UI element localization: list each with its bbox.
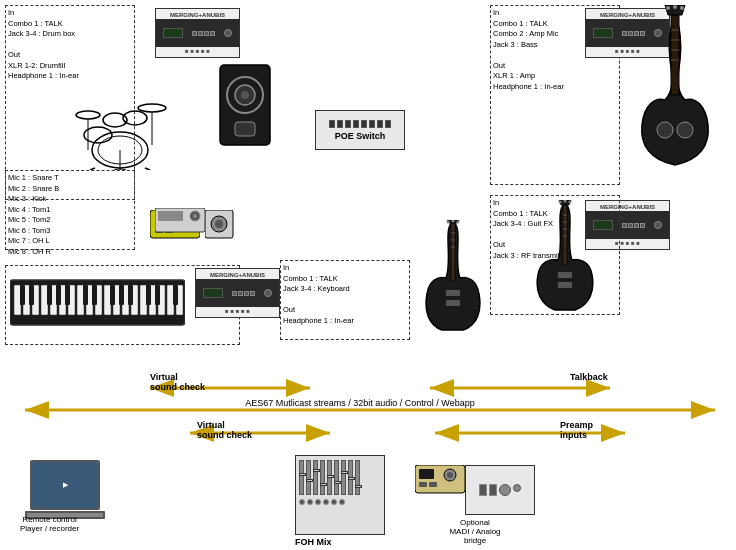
poe-port xyxy=(329,120,335,128)
anubis-btn xyxy=(622,223,627,228)
svg-rect-71 xyxy=(451,223,455,281)
anubis-btn xyxy=(192,31,197,36)
svg-point-72 xyxy=(447,221,450,224)
anubis-buttons-3 xyxy=(232,291,255,296)
anubis-knob-3 xyxy=(264,289,272,297)
svg-rect-28 xyxy=(563,205,567,265)
anubis-label-1: MERGING+ANUBIS xyxy=(169,11,226,19)
svg-rect-66 xyxy=(119,285,124,305)
anubis-indicator-1: ■ ■ ■ ■ ■ xyxy=(184,47,211,55)
svg-rect-63 xyxy=(83,285,88,305)
svg-rect-62 xyxy=(65,285,70,305)
aes67-label: AES67 Mutlicast streams / 32bit audio / … xyxy=(170,398,550,408)
foh-knob xyxy=(323,499,329,505)
anubis-btn xyxy=(634,223,639,228)
foh-knob xyxy=(339,499,345,505)
anubis-btn xyxy=(238,291,243,296)
svg-rect-78 xyxy=(446,290,460,296)
laptop-screen: ▶ xyxy=(30,460,100,510)
preamp-arrow-svg xyxy=(430,418,630,453)
poe-port xyxy=(361,120,367,128)
small-stage-box-svg xyxy=(155,208,205,233)
foh-fader-1 xyxy=(299,460,304,495)
svg-rect-69 xyxy=(155,285,160,305)
foh-fader-4 xyxy=(320,460,325,495)
poe-switch: POE Switch xyxy=(315,110,405,150)
svg-rect-109 xyxy=(429,482,437,487)
svg-rect-49 xyxy=(104,285,111,315)
laptop-device: ▶ xyxy=(30,460,105,519)
svg-point-88 xyxy=(215,220,223,228)
svg-rect-67 xyxy=(128,285,133,305)
svg-rect-42 xyxy=(41,285,48,315)
svg-rect-37 xyxy=(558,282,572,288)
diagram-container: MERGING+ANUBIS ■ ■ ■ ■ ■ InCombo 1 : TAL… xyxy=(0,0,736,550)
svg-rect-111 xyxy=(158,211,183,221)
anubis-btn xyxy=(628,223,633,228)
anubis-device-1: MERGING+ANUBIS ■ ■ ■ ■ ■ xyxy=(155,8,240,58)
preamp-inputs-label: Preampinputs xyxy=(560,420,593,440)
anubis-device-3: MERGING+ANUBIS ■ ■ ■ ■ ■ xyxy=(195,268,280,318)
foh-fader-9 xyxy=(355,460,360,495)
foh-label: FOH Mix xyxy=(295,537,332,547)
svg-point-3 xyxy=(76,111,100,119)
drum-info-text: InCombo 1 : TALKJack 3-4 : Drum boxOutXL… xyxy=(8,8,79,80)
foh-knob xyxy=(299,499,305,505)
talkback-label: Talkback xyxy=(570,372,608,382)
anubis-indicator-3: ■ ■ ■ ■ ■ xyxy=(224,307,251,315)
keyboard-info-box: InCombo 1 : TALKJack 3-4 : KeyboardOutHe… xyxy=(283,263,354,326)
svg-point-16 xyxy=(241,91,249,99)
anubis-btn xyxy=(210,31,215,36)
svg-point-113 xyxy=(193,214,197,218)
madi-conn-small xyxy=(513,484,521,492)
foh-knob xyxy=(331,499,337,505)
svg-rect-79 xyxy=(446,300,460,306)
svg-rect-56 xyxy=(167,285,174,315)
poe-port xyxy=(345,120,351,128)
anubis-buttons-4 xyxy=(622,223,645,228)
madi-conn xyxy=(479,484,487,496)
svg-rect-61 xyxy=(56,285,61,305)
madi-label: OptionalMADI / Analogbridge xyxy=(410,518,540,545)
poe-port xyxy=(369,120,375,128)
foh-knob xyxy=(307,499,313,505)
anubis-knob-4 xyxy=(654,221,662,229)
madi-device xyxy=(465,465,535,515)
virtual-sound-check-label-left: Virtualsound check xyxy=(150,372,205,392)
anubis-display-2 xyxy=(593,28,613,38)
anubis-body-3 xyxy=(196,279,279,307)
di-box-svg xyxy=(205,210,235,240)
svg-point-7 xyxy=(138,104,166,112)
svg-rect-39 xyxy=(14,285,21,315)
svg-rect-59 xyxy=(29,285,34,305)
poe-port xyxy=(353,120,359,128)
svg-line-10 xyxy=(145,168,150,170)
laptop-screen-inner: ▶ xyxy=(32,462,98,508)
anubis-label-3: MERGING+ANUBIS xyxy=(209,271,266,279)
bass-info-box: InCombo 1 : TALKCombo 2 : Amp MicJack 3 … xyxy=(493,8,564,92)
madi-conn-round xyxy=(499,484,511,496)
foh-fader-5 xyxy=(327,460,332,495)
speaker-svg xyxy=(215,60,275,150)
laptop-label: Remote controlPlayer / recorder xyxy=(20,515,79,533)
svg-rect-18 xyxy=(671,15,679,95)
foh-mixer xyxy=(295,455,385,535)
svg-rect-17 xyxy=(235,122,255,136)
virtual-sound-check-label-bottom: Virtualsound check xyxy=(197,420,252,440)
drum-info-box: InCombo 1 : TALKJack 3-4 : Drum boxOutXL… xyxy=(8,8,79,82)
svg-point-26 xyxy=(657,122,673,138)
bridge-stomp-svg xyxy=(415,465,465,495)
svg-point-20 xyxy=(673,5,677,9)
anubis-btn xyxy=(198,31,203,36)
foh-fader-7 xyxy=(341,460,346,495)
madi-conn xyxy=(489,484,497,496)
anubis-btn xyxy=(232,291,237,296)
guitar-svg xyxy=(530,200,610,330)
svg-rect-70 xyxy=(173,285,178,305)
poe-port xyxy=(385,120,391,128)
svg-point-19 xyxy=(666,6,670,10)
foh-fader-3 xyxy=(313,460,318,495)
svg-rect-58 xyxy=(20,285,25,305)
svg-point-21 xyxy=(680,6,684,10)
poe-port xyxy=(337,120,343,128)
